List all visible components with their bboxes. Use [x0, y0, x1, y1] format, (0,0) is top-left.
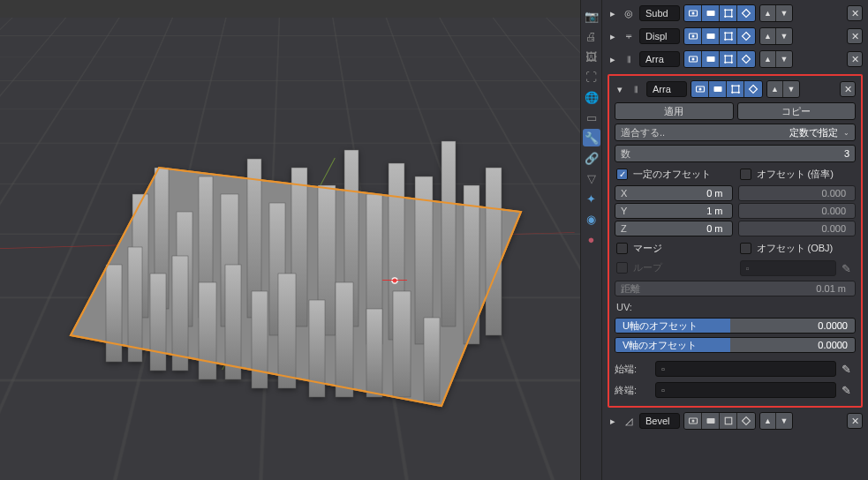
merge-distance-field[interactable]: 距離 0.01 m — [615, 281, 856, 296]
tab-viewlayer[interactable]: 🖼 — [583, 48, 600, 65]
fit-type-dropdown[interactable]: 適合する.. 定数で指定 ⌄ — [615, 124, 856, 141]
toggle-editmode[interactable] — [720, 413, 737, 429]
toggle-render[interactable] — [691, 81, 709, 97]
constant-offset-label: 一定のオフセット — [633, 168, 711, 181]
count-label: 数 — [621, 147, 630, 161]
expand-toggle[interactable]: ▾ — [615, 84, 625, 95]
svg-point-54 — [698, 88, 701, 91]
toggle-cage[interactable] — [737, 51, 755, 67]
offset-z-field[interactable]: Z0 m — [615, 221, 733, 236]
end-cap-field[interactable]: ▫ — [655, 382, 836, 398]
rel-offset-x-field[interactable]: 0.000 — [738, 185, 857, 201]
svg-rect-21 — [225, 265, 241, 379]
tab-world[interactable]: 🌐 — [583, 88, 600, 106]
rel-offset-z-field[interactable]: 0.000 — [738, 221, 857, 236]
eyedropper-icon[interactable]: ✎ — [842, 384, 856, 397]
modifier-name-input[interactable]: Arra — [646, 81, 687, 97]
delete-modifier[interactable]: ✕ — [847, 51, 863, 67]
move-down[interactable]: ▼ — [776, 28, 792, 44]
eyedropper-icon[interactable]: ✎ — [842, 363, 856, 376]
tab-scene[interactable]: ⛶ — [583, 68, 600, 86]
svg-rect-19 — [172, 256, 188, 371]
toggle-editmode[interactable] — [727, 81, 744, 97]
toggle-editmode[interactable] — [720, 28, 737, 44]
svg-rect-20 — [199, 282, 216, 379]
count-field[interactable]: 数 3 — [615, 145, 856, 162]
svg-point-35 — [724, 16, 726, 18]
svg-point-58 — [737, 85, 739, 86]
tab-physics[interactable]: ◉ — [583, 210, 600, 228]
toggle-cage[interactable] — [737, 413, 755, 429]
rel-offset-y-field[interactable]: 0.000 — [738, 203, 857, 219]
apply-button[interactable]: 適用 — [615, 102, 734, 120]
expand-toggle[interactable]: ▸ — [608, 54, 618, 65]
toggle-render[interactable] — [684, 5, 702, 21]
delete-modifier[interactable]: ✕ — [847, 28, 863, 44]
toggle-cage[interactable] — [737, 5, 755, 21]
svg-point-57 — [731, 85, 733, 86]
expand-toggle[interactable]: ▸ — [608, 416, 618, 427]
modifier-name-input[interactable]: Subd — [639, 5, 680, 21]
modifier-name-input[interactable]: Bevel — [639, 413, 680, 429]
toggle-viewport[interactable] — [702, 51, 720, 67]
move-down[interactable]: ▼ — [776, 413, 792, 429]
toggle-viewport[interactable] — [702, 28, 720, 44]
mesh-object[interactable] — [53, 88, 547, 424]
move-down[interactable]: ▼ — [776, 5, 792, 21]
toggle-editmode[interactable] — [720, 51, 737, 67]
tab-object[interactable]: ▭ — [583, 109, 600, 126]
viewport-3d[interactable] — [0, 0, 580, 480]
merge-checkbox[interactable] — [616, 243, 628, 254]
svg-rect-56 — [732, 86, 739, 93]
toggle-cage[interactable] — [737, 28, 755, 44]
modifier-name-input[interactable]: Displ — [639, 28, 680, 44]
tab-modifiers[interactable]: 🔧 — [583, 129, 600, 146]
tab-material[interactable]: ● — [583, 230, 600, 248]
tab-constraints[interactable]: 🔗 — [583, 149, 600, 167]
move-down[interactable]: ▼ — [783, 81, 799, 97]
svg-point-41 — [724, 32, 726, 34]
eyedropper-icon[interactable]: ✎ — [842, 262, 856, 275]
object-icon: ▫ — [661, 364, 665, 374]
loop-checkbox[interactable] — [616, 262, 628, 274]
toggle-viewport[interactable] — [702, 413, 720, 429]
toggle-cage[interactable] — [744, 81, 762, 97]
move-up[interactable]: ▲ — [760, 51, 776, 67]
offset-y-field[interactable]: Y1 m — [615, 203, 733, 219]
tab-output[interactable]: 🖨 — [583, 27, 600, 45]
toggle-viewport[interactable] — [709, 81, 727, 97]
move-up[interactable]: ▲ — [760, 5, 776, 21]
constant-offset-checkbox[interactable]: ✓ — [616, 169, 628, 180]
visibility-toggles — [683, 412, 756, 430]
obj-offset-checkbox[interactable] — [740, 243, 751, 254]
reorder-arrows: ▲ ▼ — [759, 4, 793, 22]
offset-x-field[interactable]: X0 m — [615, 185, 733, 201]
delete-modifier[interactable]: ✕ — [847, 5, 863, 21]
obj-offset-field[interactable]: ▫ — [740, 260, 837, 276]
move-up[interactable]: ▲ — [767, 81, 783, 97]
toggle-editmode[interactable] — [720, 5, 737, 21]
svg-rect-39 — [706, 34, 714, 39]
modifier-name-input[interactable]: Arra — [639, 51, 680, 67]
tab-object-data[interactable]: ▽ — [583, 169, 600, 187]
svg-point-44 — [730, 39, 732, 41]
v-offset-slider[interactable]: V軸のオフセット 0.0000 — [615, 337, 856, 353]
delete-modifier[interactable]: ✕ — [840, 81, 856, 97]
toggle-render[interactable] — [684, 28, 702, 44]
tab-render[interactable]: 📷 — [583, 7, 600, 25]
tab-particles[interactable]: ✦ — [583, 190, 600, 207]
expand-toggle[interactable]: ▸ — [608, 31, 618, 42]
toggle-viewport[interactable] — [702, 5, 720, 21]
toggle-render[interactable] — [684, 413, 702, 429]
expand-toggle[interactable]: ▸ — [608, 8, 618, 19]
start-cap-field[interactable]: ▫ — [655, 361, 836, 377]
array-icon: ⫴ — [629, 84, 643, 95]
move-up[interactable]: ▲ — [760, 413, 776, 429]
move-down[interactable]: ▼ — [776, 51, 792, 67]
u-offset-slider[interactable]: U軸のオフセット 0.0000 — [615, 318, 856, 334]
move-up[interactable]: ▲ — [760, 28, 776, 44]
relative-offset-checkbox[interactable] — [740, 169, 751, 180]
copy-button[interactable]: コピー — [737, 102, 857, 120]
delete-modifier[interactable]: ✕ — [847, 413, 863, 429]
toggle-render[interactable] — [684, 51, 702, 67]
